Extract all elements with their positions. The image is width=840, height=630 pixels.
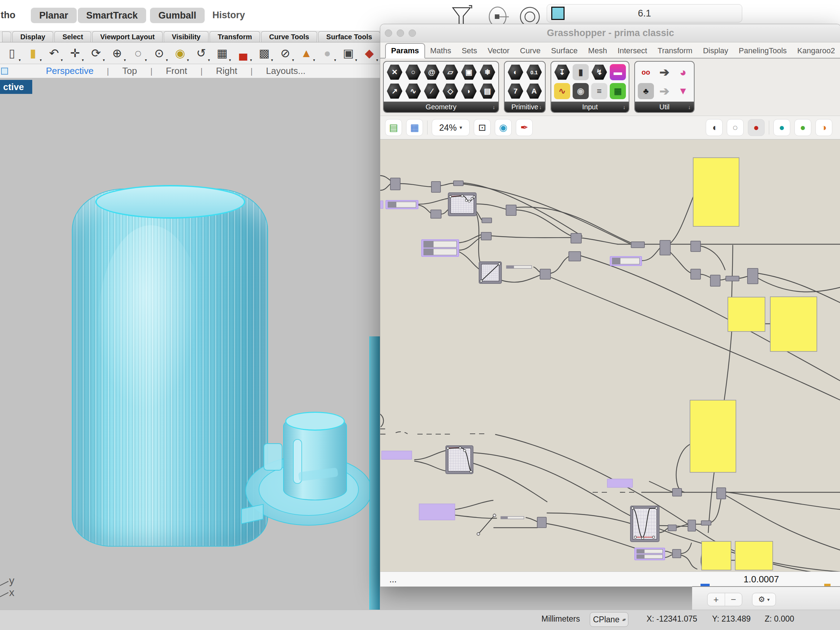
gh-number-slider[interactable] (635, 548, 665, 560)
slider-handle[interactable] (612, 258, 620, 264)
ortho-toggle[interactable]: tho (1, 10, 16, 21)
expand-group-icon[interactable]: ↓ (493, 104, 496, 110)
record-target-icon[interactable] (520, 7, 539, 26)
gh-tab-sets[interactable]: Sets (456, 44, 482, 58)
mapper-grip[interactable] (652, 536, 655, 538)
flyout-caret-icon[interactable]: ▾ (355, 58, 357, 62)
data-recorder-icon[interactable]: ◕ (675, 64, 691, 80)
wire-selected-icon[interactable]: ● (794, 119, 811, 136)
gh-panel-yellow[interactable] (701, 542, 731, 570)
flyout-caret-icon[interactable]: ▾ (208, 58, 210, 62)
grasshopper-canvas[interactable] (380, 139, 840, 572)
param-point-icon[interactable]: ◇ (442, 83, 458, 99)
gh-node[interactable] (673, 488, 682, 496)
gh-node[interactable] (390, 178, 400, 190)
rhino-logo-icon[interactable]: ◆▾ (360, 44, 379, 62)
units-label[interactable]: Millimeters (542, 614, 580, 624)
gh-node[interactable] (481, 232, 491, 240)
gh-node[interactable] (569, 251, 581, 261)
slider-handle[interactable] (501, 516, 508, 519)
grasshopper-titlebar[interactable]: Grasshopper - prima classic (380, 24, 840, 43)
gh-node[interactable] (431, 182, 441, 193)
gh-tab-panelingtools[interactable]: PanelingTools (733, 44, 792, 58)
gh-node[interactable] (726, 276, 739, 281)
lock-icon[interactable]: ▣▾ (339, 44, 357, 62)
palette-group-label[interactable]: Util↓ (635, 102, 694, 112)
mapper-grip[interactable] (498, 263, 501, 265)
mapper-grip[interactable] (447, 447, 449, 449)
layer-color-swatch[interactable] (551, 7, 565, 20)
gh-panel-yellow[interactable] (770, 297, 817, 351)
slider-handle[interactable] (424, 241, 434, 247)
gh-node[interactable] (691, 269, 701, 279)
menu-tab-display[interactable]: Display (12, 31, 53, 42)
param-circle-icon[interactable]: ○ (405, 64, 421, 80)
gh-node[interactable] (453, 181, 463, 186)
gh-node[interactable] (571, 234, 581, 243)
mapper-grip[interactable] (468, 200, 470, 202)
button-icon[interactable]: ↯ (591, 64, 607, 80)
param-number-icon[interactable]: 0.1 (526, 64, 542, 80)
lightbulb-icon[interactable]: ●▾ (318, 44, 336, 62)
gh-node[interactable] (540, 269, 551, 279)
param-curve-icon[interactable]: @ (424, 64, 440, 80)
value-list-icon[interactable]: ≡ (591, 83, 607, 99)
preview-shaded-icon[interactable]: ● (748, 119, 765, 136)
relay-light-icon[interactable]: ➔ (656, 83, 673, 99)
viewport-tab-layouts[interactable]: Layouts... (253, 66, 319, 76)
menu-tab-select[interactable]: Select (54, 31, 91, 42)
cplane-grid-icon[interactable]: ▩▾ (255, 44, 273, 62)
menu-tab-surface-tools[interactable]: Surface Tools (318, 31, 380, 42)
flyout-caret-icon[interactable]: ▾ (292, 58, 294, 62)
undo-icon[interactable]: ↶▾ (45, 44, 63, 62)
palette-group-label[interactable]: Input↓ (551, 102, 629, 112)
gh-tab-display[interactable]: Display (698, 44, 733, 58)
zoom-extents-icon[interactable]: ⊙▾ (150, 44, 168, 62)
gh-node[interactable] (717, 488, 726, 499)
gh-graph-mapper[interactable] (448, 193, 476, 216)
flyout-caret-icon[interactable]: ▾ (82, 58, 84, 62)
shapes-icon[interactable]: ▲▾ (297, 44, 316, 62)
save-file-icon[interactable]: ▦ (406, 119, 423, 136)
param-mesh-icon[interactable]: ❄ (479, 64, 496, 80)
gh-node[interactable] (431, 210, 441, 218)
slider-handle[interactable] (388, 202, 396, 207)
only-selected-icon[interactable]: ● (774, 119, 790, 136)
menu-tab-curve-tools[interactable]: Curve Tools (261, 31, 317, 42)
gh-tab-mesh[interactable]: Mesh (583, 44, 612, 58)
gh-number-slider[interactable] (386, 201, 418, 209)
zoom-in-out-buttons[interactable]: + − (707, 593, 742, 606)
mapper-grip[interactable] (464, 450, 466, 452)
mapper-grip[interactable] (466, 199, 467, 202)
flyout-caret-icon[interactable]: ▾ (166, 58, 168, 62)
new-file-icon[interactable]: ▯▾ (3, 44, 21, 62)
document-preview-icon[interactable]: ◑ (815, 119, 832, 136)
preview-off-icon[interactable]: ◖ (706, 119, 723, 136)
flyout-caret-icon[interactable]: ▾ (271, 58, 273, 62)
flyout-caret-icon[interactable]: ▾ (19, 58, 21, 62)
zoom-selected-icon[interactable]: ◉▾ (171, 44, 189, 62)
flyout-caret-icon[interactable]: ▾ (124, 58, 126, 62)
gh-panel-yellow[interactable] (728, 297, 765, 332)
settings-dropdown-button[interactable]: ⚙ ▾ (752, 593, 776, 606)
toggle-icon[interactable]: ▮ (573, 64, 589, 80)
gh-node[interactable] (673, 549, 681, 558)
mapper-grip[interactable] (471, 197, 473, 200)
open-file-icon[interactable]: ▤ (385, 119, 402, 136)
smarttrack-toggle[interactable]: SmartTrack (78, 8, 146, 23)
cherry-picker-icon[interactable]: oo (638, 64, 654, 80)
zoom-in-button[interactable]: + (707, 593, 725, 606)
gh-tab-vector[interactable]: Vector (482, 44, 515, 58)
flyout-caret-icon[interactable]: ▾ (103, 58, 105, 62)
mapper-grip[interactable] (642, 537, 644, 539)
gh-number-slider[interactable] (501, 516, 524, 519)
mapper-grip[interactable] (473, 196, 475, 198)
gh-node[interactable] (506, 205, 516, 215)
planar-toggle[interactable]: Planar (31, 8, 77, 23)
zoom-out-button[interactable]: − (725, 593, 742, 606)
param-vector-icon[interactable]: ↗ (387, 83, 403, 99)
expand-group-icon[interactable]: ↓ (688, 104, 691, 110)
flyout-caret-icon[interactable]: ▾ (61, 58, 63, 62)
knob-icon[interactable]: ◉ (573, 83, 589, 99)
viewport-grid-checkbox[interactable] (1, 68, 8, 75)
